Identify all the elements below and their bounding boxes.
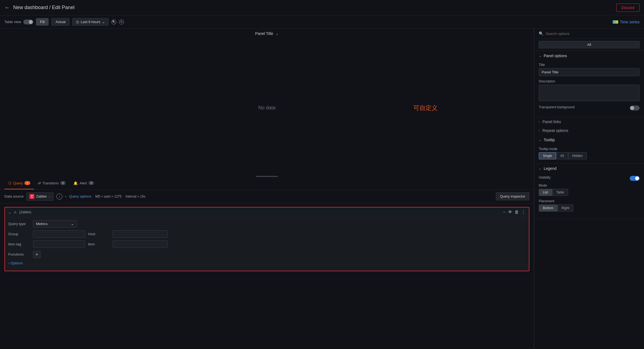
zoom-icon[interactable]: 🔍 <box>111 20 116 24</box>
tooltip-single-btn[interactable]: Single <box>539 152 556 159</box>
panel-title-text[interactable]: Panel Title ⌄ <box>255 31 278 36</box>
repeat-options-chevron: › <box>539 129 540 132</box>
search-options-input[interactable] <box>546 32 640 36</box>
options-link[interactable]: › Options <box>8 261 23 265</box>
eye-icon[interactable]: 👁 <box>508 210 512 215</box>
query-body: ⌄ A (Zabbix) ⎓ 👁 🗑 ⋮ Query type <box>0 204 534 349</box>
query-inspector-button[interactable]: Query inspector <box>496 192 529 200</box>
query-item-box: ⌄ A (Zabbix) ⎓ 👁 🗑 ⋮ Query type <box>4 207 529 271</box>
title-field-input[interactable] <box>539 68 640 76</box>
query-options-link[interactable]: Query options <box>69 194 91 198</box>
tab-transform-badge: 0 <box>60 181 66 185</box>
all-button[interactable]: All <box>539 41 640 48</box>
legend-body: Visibility Mode List Table Placement Bot <box>534 173 644 219</box>
search-icon: 🔍 <box>539 31 543 36</box>
all-btn-bar: All <box>534 39 644 51</box>
legend-table-btn[interactable]: Table <box>552 189 568 196</box>
transparent-bg-row: Transparent background <box>539 105 640 110</box>
tab-query[interactable]: ☷ Query 1 <box>4 177 34 189</box>
section-panel-options: ⌄ Panel options Title Description Transp… <box>534 51 644 117</box>
placement-right-btn[interactable]: Right <box>557 204 573 212</box>
repeat-options-item[interactable]: › Repeat options <box>534 126 644 135</box>
copy-icon[interactable]: ⎓ <box>503 210 506 215</box>
tooltip-hidden-btn[interactable]: Hidden <box>568 152 587 159</box>
item-tag-row: Item tag Item <box>8 240 526 248</box>
panel-title-value: Panel Title <box>255 31 273 36</box>
panel-options-chevron: ⌄ <box>539 54 541 58</box>
query-type-select[interactable]: Metrics ⌄ <box>33 220 77 228</box>
panel-title-bar: Panel Title ⌄ <box>0 29 534 38</box>
delete-icon[interactable]: 🗑 <box>515 210 519 215</box>
query-type-row: Query type Metrics ⌄ <box>8 220 526 228</box>
page-title: New dashboard / Edit Panel <box>13 5 613 10</box>
query-type-value: Metrics <box>36 222 48 226</box>
transform-icon: ⇄ <box>38 181 41 185</box>
tab-transform-label: Transform <box>43 181 59 185</box>
time-range-button[interactable]: ◷ Last 6 hours ⌄ <box>72 18 109 26</box>
custom-chinese-text: 可自定义 <box>413 104 438 112</box>
discard-button[interactable]: Discard <box>616 4 640 12</box>
time-range-label: Last 6 hours <box>81 20 100 24</box>
table-view-toggle-dot <box>29 20 33 24</box>
panel-options-body: Title Description Transparent background <box>534 61 644 117</box>
host-label: Host <box>88 232 110 236</box>
drag-icon[interactable]: ⋮ <box>521 210 526 215</box>
datasource-bar: Data source Z Zabbix ⌄ i › Query options… <box>0 190 534 204</box>
main-content: Panel Title ⌄ No data 可自定义 ☷ Query 1 ⇄ T… <box>0 29 644 349</box>
fill-button[interactable]: Fill <box>36 18 49 26</box>
time-series-icon <box>613 20 618 24</box>
back-arrow[interactable]: ← <box>4 4 10 11</box>
tooltip-header[interactable]: ⌄ Tooltip <box>534 135 644 145</box>
legend-list-btn[interactable]: List <box>539 189 552 196</box>
query-type-chevron: ⌄ <box>71 222 74 226</box>
host-input[interactable] <box>113 230 168 238</box>
placement-bottom-btn[interactable]: Bottom <box>539 204 557 212</box>
title-field-label: Title <box>539 63 640 67</box>
query-tabs: ☷ Query 1 ⇄ Transform 0 🔔 Alert 0 <box>0 178 534 190</box>
actual-button[interactable]: Actual <box>51 18 70 26</box>
tab-query-label: Query <box>13 181 23 185</box>
section-tooltip: ⌄ Tooltip Tooltip mode Single All Hidden <box>534 135 644 164</box>
refresh-icon[interactable]: ↻ <box>119 20 124 24</box>
query-form: Query type Metrics ⌄ Group Host <box>5 217 529 271</box>
query-item-datasource: (Zabbix) <box>19 210 31 214</box>
search-options-bar: 🔍 <box>534 29 644 39</box>
info-button[interactable]: i <box>56 193 62 200</box>
panel-links-item[interactable]: › Panel links <box>534 117 644 126</box>
right-panel: 🔍 All ⌄ Panel options Title Description <box>534 29 644 349</box>
tab-transform[interactable]: ⇄ Transform 0 <box>34 177 70 189</box>
legend-header[interactable]: ⌄ Legend <box>534 164 644 173</box>
panel-options-header[interactable]: ⌄ Panel options <box>534 51 644 61</box>
item-label: Item <box>88 242 110 246</box>
legend-visibility-row: Visibility <box>539 176 640 181</box>
tooltip-chevron: ⌄ <box>539 138 541 142</box>
panel-links-label: Panel links <box>542 120 561 124</box>
table-view-toggle[interactable] <box>23 20 33 24</box>
legend-placement-label: Placement <box>539 199 640 203</box>
datasource-selector[interactable]: Z Zabbix ⌄ <box>26 192 54 201</box>
transparent-bg-label: Transparent background <box>539 105 574 109</box>
group-input[interactable] <box>33 230 85 238</box>
tab-alert[interactable]: 🔔 Alert 0 <box>70 177 98 189</box>
zabbix-icon: Z <box>29 194 34 199</box>
collapse-icon[interactable]: ⌄ <box>8 210 11 214</box>
group-label: Group <box>8 232 30 236</box>
item-input[interactable] <box>113 240 168 248</box>
group-host-row: Group Host <box>8 230 526 238</box>
tooltip-all-btn[interactable]: All <box>556 152 568 159</box>
legend-mode-group: Mode List Table <box>539 184 640 196</box>
transparent-bg-toggle[interactable] <box>630 106 640 110</box>
section-legend: ⌄ Legend Visibility Mode List Table <box>534 164 644 219</box>
add-function-button[interactable]: + <box>33 251 41 258</box>
transparent-bg-toggle-dot <box>630 106 634 110</box>
title-field-group: Title <box>539 63 640 76</box>
legend-visibility-toggle[interactable] <box>630 176 640 181</box>
table-view-group: Table view <box>4 20 33 24</box>
query-item-letter: A <box>14 210 16 214</box>
description-textarea[interactable] <box>539 85 640 101</box>
tooltip-body: Tooltip mode Single All Hidden <box>534 145 644 163</box>
alert-icon: 🔔 <box>73 181 78 185</box>
panel-options-title: Panel options <box>544 54 567 58</box>
item-tag-input[interactable] <box>33 240 85 248</box>
scroll-handle <box>256 176 278 177</box>
